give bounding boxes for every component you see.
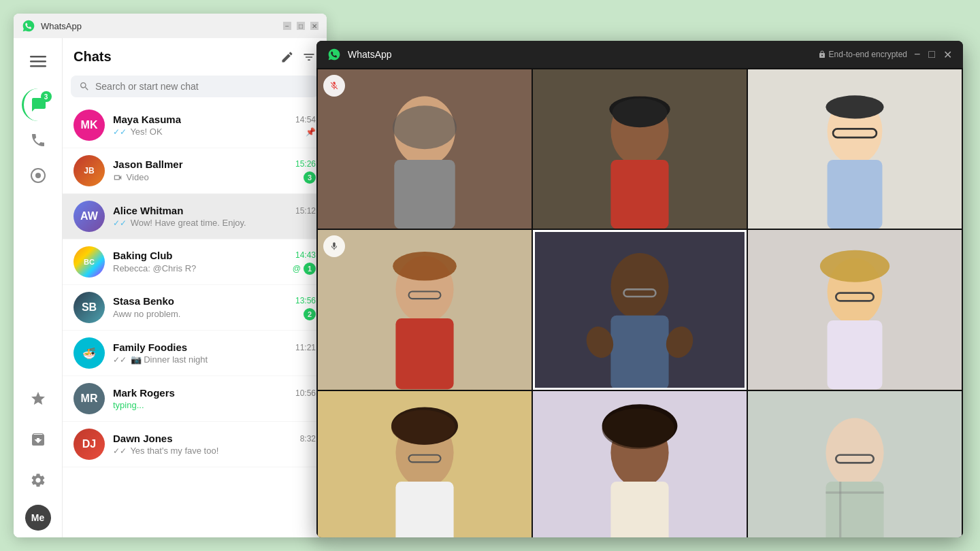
chat-info: Maya Kasuma 14:54 ✓✓ Yes! OK 📌 [113,114,316,137]
chat-item[interactable]: MK Maya Kasuma 14:54 ✓✓ Yes! OK 📌 [63,103,327,148]
sidebar-item-menu[interactable] [22,45,54,78]
svg-point-46 [602,408,674,449]
mention-badge: 1 [304,263,316,275]
sidebar-item-archived[interactable] [22,423,54,456]
chat-item[interactable]: AW Alice Whitman 15:12 ✓✓ Wow! Have grea… [63,194,327,239]
chats-badge: 3 [41,91,52,102]
chat-name: Baking Club [113,250,173,261]
chat-preview: ✓✓ Wow! Have great time. Enjoy. [113,218,246,228]
svg-point-34 [820,250,889,282]
call-window: WhatsApp End-to-end encrypted − □ ✕ [316,41,963,537]
window-titlebar: WhatsApp − □ ✕ [14,14,327,38]
call-window-controls: − □ ✕ [914,48,952,61]
sidebar-item-chats[interactable]: 3 [22,88,54,121]
tick-icon: ✓✓ [113,355,127,365]
chat-time: 8:32 [300,434,316,444]
tick-icon: ✓✓ [113,127,127,137]
new-chat-button[interactable] [280,50,294,64]
video-person-svg [533,391,747,537]
svg-point-14 [612,99,668,128]
chat-item[interactable]: DJ Dawn Jones 8:32 ✓✓ Yes that's my fave… [63,422,327,467]
call-window-title: WhatsApp [348,49,811,60]
chat-item[interactable]: MR Mark Rogers 10:56 typing... [63,376,327,422]
svg-rect-49 [826,482,883,537]
video-cell-5-highlighted [533,230,747,389]
call-minimize-button[interactable]: − [914,48,920,61]
svg-rect-44 [610,482,668,537]
window-controls: − □ ✕ [283,22,318,30]
chat-preview: Video [113,172,149,183]
sidebar-item-status[interactable] [22,159,54,192]
chat-item[interactable]: JB Jason Ballmer 15:26 Video 3 [63,148,327,194]
avatar: AW [74,201,105,232]
chat-preview: ✓✓ Yes that's my fave too! [113,446,218,456]
sidebar: 3 Me [14,38,63,537]
video-cell-1 [318,69,532,229]
svg-rect-1 [30,61,46,63]
sidebar-item-settings[interactable] [22,464,54,497]
maximize-button[interactable]: □ [297,22,305,30]
sidebar-item-calls[interactable] [22,124,54,156]
my-avatar[interactable]: Me [25,505,51,531]
encryption-text: End-to-end encrypted [829,50,907,59]
call-maximize-button[interactable]: □ [928,48,935,61]
svg-point-23 [393,252,457,281]
chat-preview: Aww no problem. [113,309,180,319]
chat-preview: Rebecca: @Chris R? [113,263,196,273]
avatar: SB [74,292,105,323]
chat-list: MK Maya Kasuma 14:54 ✓✓ Yes! OK 📌 [63,103,327,537]
chat-name: Jason Ballmer [113,158,183,170]
chats-title: Chats [74,49,112,65]
chat-name: Alice Whitman [113,205,183,216]
svg-rect-2 [30,65,46,67]
svg-rect-12 [610,160,668,229]
sidebar-item-starred[interactable] [22,382,54,415]
chat-header-icons [280,50,316,64]
svg-rect-8 [394,160,455,229]
chat-time: 11:21 [295,343,316,352]
svg-rect-33 [828,320,883,389]
call-close-button[interactable]: ✕ [943,48,952,61]
call-titlebar: WhatsApp End-to-end encrypted − □ ✕ [316,41,963,68]
chat-info: Stasa Benko 13:56 Aww no problem. 2 [113,295,316,320]
chat-name: Stasa Benko [113,295,174,307]
chat-time: 15:12 [295,206,316,216]
svg-rect-22 [395,318,453,389]
svg-rect-27 [610,316,668,390]
chat-info: Family Foodies 11:21 ✓✓ 📷 Dinner last ni… [113,341,316,365]
chat-info: Dawn Jones 8:32 ✓✓ Yes that's my fave to… [113,433,316,456]
chat-time: 10:56 [295,388,316,398]
video-cell-6 [748,230,962,389]
chat-preview: ✓✓ Yes! OK [113,127,163,137]
chat-preview: ✓✓ 📷 Dinner last night [113,354,208,365]
chat-header: Chats [63,38,327,70]
video-person-svg [318,69,532,229]
filter-button[interactable] [302,50,316,64]
unread-badge: 2 [304,308,316,320]
avatar: 🍜 [74,337,105,369]
minimize-button[interactable]: − [283,22,291,30]
chat-item[interactable]: BC Baking Club 14:43 Rebecca: @Chris R? … [63,239,327,285]
chat-name: Mark Rogers [113,387,175,399]
svg-point-26 [610,253,668,320]
chat-panel: Chats MK [63,38,327,537]
video-person-svg [748,69,962,229]
video-person-svg [533,69,747,229]
chat-name: Dawn Jones [113,433,173,444]
tick-icon: ✓✓ [113,446,127,456]
window-title: WhatsApp [41,21,278,31]
video-cell-4 [318,230,532,389]
close-button[interactable]: ✕ [310,22,318,30]
video-person-svg [748,391,962,537]
sidebar-bottom: Me [22,382,54,537]
avatar: JB [74,155,105,186]
chat-info: Jason Ballmer 15:26 Video 3 [113,158,316,184]
video-cell-7 [318,391,532,537]
chat-item[interactable]: 🍜 Family Foodies 11:21 ✓✓ 📷 Dinner last … [63,331,327,376]
chat-name: Family Foodies [113,341,187,353]
svg-point-9 [393,105,457,149]
search-input[interactable] [95,81,310,92]
chat-item[interactable]: SB Stasa Benko 13:56 Aww no problem. 2 [63,285,327,331]
svg-point-40 [391,410,455,444]
chat-name: Maya Kasuma [113,114,181,125]
